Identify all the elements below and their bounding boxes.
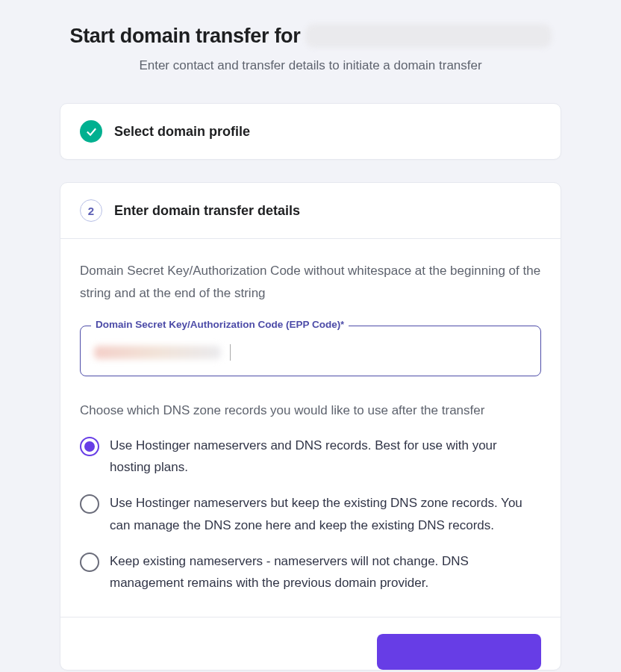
dns-option-label: Use Hostinger nameservers but keep the e…: [110, 492, 541, 537]
epp-input-label: Domain Secret Key/Authorization Code (EP…: [91, 319, 349, 330]
dns-radio-group: Use Hostinger nameservers and DNS record…: [80, 435, 541, 595]
dns-option-label: Keep existing nameservers - nameservers …: [110, 550, 541, 595]
radio-icon: [80, 494, 99, 514]
epp-value-redacted: [94, 346, 221, 359]
dns-option-label: Use Hostinger nameservers and DNS record…: [110, 435, 541, 479]
step-2-footer: [60, 617, 561, 670]
step-2-card: 2 Enter domain transfer details Domain S…: [60, 182, 561, 671]
dns-option-hostinger-all[interactable]: Use Hostinger nameservers and DNS record…: [80, 435, 541, 479]
page-title: Start domain transfer for: [69, 25, 300, 48]
continue-button[interactable]: [377, 634, 541, 670]
domain-name-redacted: [305, 24, 552, 48]
epp-description: Domain Secret Key/Authorization Code wit…: [80, 260, 541, 305]
text-cursor: [230, 344, 231, 361]
step-2-header: 2 Enter domain transfer details: [60, 183, 561, 239]
page-header: Start domain transfer for Enter contact …: [60, 24, 561, 73]
step-1-title: Select domain profile: [114, 124, 250, 140]
check-icon: [80, 120, 102, 143]
epp-code-input[interactable]: Domain Secret Key/Authorization Code (EP…: [80, 326, 541, 376]
radio-icon: [80, 437, 99, 456]
dns-choice-description: Choose which DNS zone records you would …: [80, 403, 541, 418]
step-2-title: Enter domain transfer details: [114, 203, 300, 219]
step-1-card[interactable]: Select domain profile: [60, 103, 561, 160]
page-subtitle: Enter contact and transfer details to in…: [60, 58, 561, 73]
step-number-badge: 2: [80, 199, 102, 222]
dns-option-hostinger-keep-records[interactable]: Use Hostinger nameservers but keep the e…: [80, 492, 541, 537]
radio-icon: [80, 553, 99, 572]
dns-option-keep-existing[interactable]: Keep existing nameservers - nameservers …: [80, 550, 541, 595]
